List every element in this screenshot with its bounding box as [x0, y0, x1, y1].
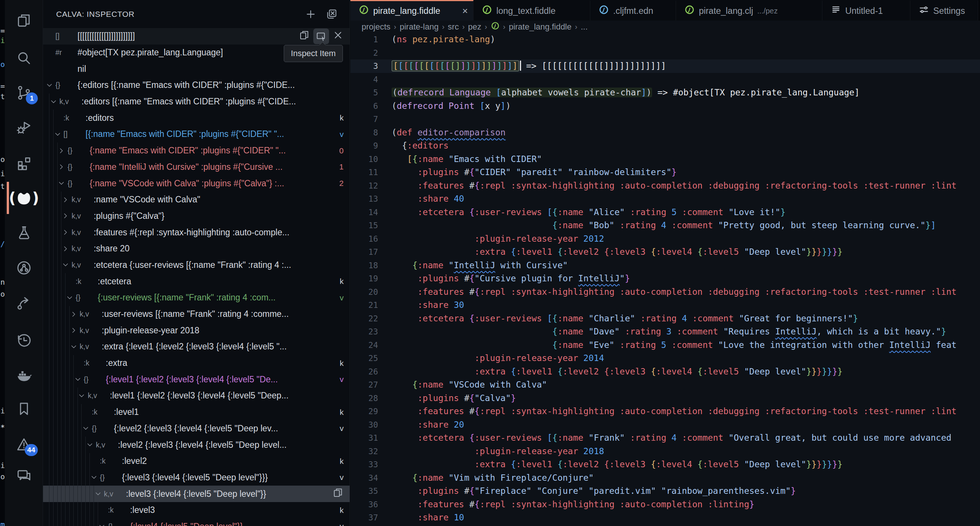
- breadcrumb-item[interactable]: ...: [581, 22, 587, 32]
- tree-row[interactable]: {}{:level1 {:level2 {:level3 {:level4 {:…: [43, 371, 350, 388]
- breadcrumb-item[interactable]: pez: [468, 22, 481, 32]
- chevron-down-icon[interactable]: [65, 294, 76, 302]
- breadcrumb-item[interactable]: src: [448, 22, 458, 32]
- tree-row[interactable]: k,v:editors [{:name "Emacs with CIDER" :…: [43, 94, 350, 110]
- clear-inspector-button[interactable]: [326, 8, 338, 20]
- close-tab-icon[interactable]: ×: [457, 5, 473, 17]
- code-line[interactable]: 27 {:name "VSCode with Calva": [350, 378, 980, 392]
- share-icon[interactable]: [5, 291, 43, 315]
- code-line[interactable]: 23 {:name "Dave" :rating 3 :comment "Req…: [350, 325, 980, 338]
- code-line[interactable]: 34 {:name "Vim with Fireplace/Conjure": [350, 471, 980, 485]
- code-line[interactable]: 31 :etcetera {:user-reviews [{:name "Fra…: [350, 431, 980, 445]
- code-line[interactable]: 7: [350, 113, 980, 126]
- tree-row[interactable]: :k:extrak: [43, 355, 350, 372]
- tree-row[interactable]: {}{:name "Emacs with CIDER" :plugins #{"…: [43, 143, 350, 159]
- code-line[interactable]: 14 :etcetera {:user-reviews [{:name "Ali…: [350, 206, 980, 219]
- chevron-down-icon[interactable]: [90, 473, 100, 482]
- chevron-right-icon[interactable]: [61, 212, 72, 220]
- chevron-right-icon[interactable]: [61, 245, 72, 253]
- close-icon[interactable]: [332, 30, 344, 43]
- chevron-right-icon[interactable]: [57, 147, 67, 155]
- code-line[interactable]: 33 :extra {:level1 {:level2 {:level3 {:l…: [350, 458, 980, 471]
- code-line[interactable]: 32 :plugin-release-year 2018: [350, 445, 980, 458]
- warning-icon[interactable]: 44: [5, 432, 43, 457]
- code-line[interactable]: 17 :extra {:level1 {:level2 {:level3 {:l…: [350, 245, 980, 259]
- tab-pirate_lang.fiddle[interactable]: pirate_lang.fiddle×: [350, 0, 474, 21]
- code-line[interactable]: 20 :features #{:repl :syntax-highlightin…: [350, 286, 980, 299]
- chevron-right-icon[interactable]: [61, 195, 72, 204]
- tree-row[interactable]: {}{:level4 {:level5 "Deep level"}}v: [43, 518, 350, 526]
- chevron-down-icon[interactable]: [86, 441, 96, 449]
- code-line[interactable]: 30 :share 20: [350, 418, 980, 432]
- calva-icon[interactable]: (): [5, 186, 43, 210]
- tree-row[interactable]: [][[[[[[[[[[[[]]]]]]]]]]]]: [43, 28, 350, 44]
- tree-row[interactable]: k,v:share 20: [43, 240, 350, 257]
- chevron-down-icon[interactable]: [45, 81, 56, 89]
- extensions-icon[interactable]: [5, 150, 43, 175]
- breadcrumb-item[interactable]: projects: [362, 22, 390, 32]
- tree-row[interactable]: :k:level1k: [43, 404, 350, 421]
- code-line[interactable]: 22 :etcetera {:user-reviews [{:name "Cha…: [350, 312, 980, 326]
- code-line[interactable]: 25 :plugin-release-year 2014: [350, 352, 980, 365]
- chevron-down-icon[interactable]: [74, 375, 84, 383]
- code-line[interactable]: 5(defrecord Language [alphabet vowels pi…: [350, 86, 980, 100]
- files-icon[interactable]: [5, 8, 43, 33]
- tree-row[interactable]: k,v:etcetera {:user-reviews [{:name "Fra…: [43, 257, 350, 273]
- comment-icon[interactable]: [5, 464, 43, 488]
- tree-row[interactable]: k,v:plugins #{"Calva"}: [43, 208, 350, 224]
- code-line[interactable]: 37 :share 10: [350, 511, 980, 524]
- code-line[interactable]: 6(defrecord Point [x y]): [350, 100, 980, 113]
- debug-icon[interactable]: [5, 115, 43, 140]
- tab-pirate_lang.clj[interactable]: pirate_lang.clj.../pez: [676, 0, 822, 21]
- chevron-right-icon[interactable]: [57, 163, 67, 171]
- tree-row[interactable]: k,v:level2 {:level3 {:level4 {:level5 "D…: [43, 437, 350, 453]
- chevron-down-icon[interactable]: [54, 130, 64, 138]
- code-line[interactable]: 24 {:name "Eve" :rating 5 :comment "Love…: [350, 338, 980, 352]
- chevron-down-icon[interactable]: [82, 424, 92, 432]
- breadcrumb[interactable]: projects›pirate-lang›src›pez››pirate_lan…: [350, 21, 980, 33]
- tab-Settings[interactable]: Settings: [910, 0, 978, 21]
- code-line[interactable]: 36 :features #{:repl :syntax-highlightin…: [350, 498, 980, 512]
- tree-row[interactable]: {}{:level2 {:level3 {:level4 {:level5 "D…: [43, 421, 350, 437]
- tree-row[interactable]: :k:etceterak: [43, 273, 350, 289]
- code-line[interactable]: 3[[[[[[[[[[[[]]]]]]]]]]]] => [[[[[[[[[[[…: [350, 59, 980, 73]
- code-editor[interactable]: 1(ns pez.pirate-lang)23[[[[[[[[[[[[]]]]]…: [350, 33, 980, 526]
- chevron-down-icon[interactable]: [70, 343, 80, 351]
- chevron-down-icon[interactable]: [98, 522, 108, 526]
- tree-row[interactable]: :k:level2k: [43, 453, 350, 469]
- code-line[interactable]: 19 :plugins #{"Cursive plugin for Intell…: [350, 272, 980, 286]
- bookmark-icon[interactable]: [5, 397, 43, 421]
- tree-row[interactable]: :k:editorsk: [43, 110, 350, 126]
- code-line[interactable]: 10 [{:name "Emacs with CIDER": [350, 153, 980, 166]
- chevron-right-icon[interactable]: [70, 326, 80, 334]
- tab-Untitled-1[interactable]: Untitled-1: [822, 0, 910, 21]
- tree-row[interactable]: {}{:user-reviews [{:name "Frank" :rating…: [43, 289, 350, 306]
- tree-row[interactable]: {}{:editors [{:name "Emacs with CIDER" :…: [43, 77, 350, 94]
- code-line[interactable]: 13 :share 40: [350, 192, 980, 206]
- add-to-inspector-button[interactable]: [305, 8, 317, 20]
- tree-row[interactable]: k,v:extra {:level1 {:level2 {:level3 {:l…: [43, 338, 350, 355]
- breadcrumb-item[interactable]: pirate-lang: [400, 22, 439, 32]
- code-line[interactable]: 28 :plugins #{"Calva"}: [350, 392, 980, 405]
- tree-row[interactable]: {}{:name "IntelliJ with Cursive" :plugin…: [43, 159, 350, 175]
- code-line[interactable]: 4: [350, 73, 980, 86]
- tree-row[interactable]: k,v:level3 {:level4 {:level5 "Deep level…: [43, 486, 350, 502]
- copy-icon[interactable]: [332, 487, 344, 501]
- code-line[interactable]: 1(ns pez.pirate-lang): [350, 33, 980, 46]
- code-line[interactable]: 29 :features #{:repl :syntax-highlightin…: [350, 405, 980, 418]
- tree-row[interactable]: k,v:name "VSCode with Calva": [43, 192, 350, 208]
- code-line[interactable]: 11 :plugins #{"CIDER" "paredit" "rainbow…: [350, 166, 980, 179]
- tree-row[interactable]: k,v:user-reviews [{:name "Frank" :rating…: [43, 306, 350, 323]
- chevron-right-icon[interactable]: [70, 310, 80, 318]
- code-line[interactable]: 15 {:name "Bob" :rating 4 :comment "Pret…: [350, 219, 980, 232]
- tree-row[interactable]: [][{:name "Emacs with CIDER" :plugins #{…: [43, 126, 350, 143]
- inspect-icon[interactable]: [313, 29, 329, 44]
- chevron-down-icon[interactable]: [94, 490, 104, 498]
- history-icon[interactable]: [5, 328, 43, 353]
- source-control-icon[interactable]: 1: [5, 80, 43, 105]
- code-line[interactable]: 16 :plugin-release-year 2012: [350, 232, 980, 246]
- code-line[interactable]: 21 :share 30: [350, 299, 980, 312]
- code-line[interactable]: 18 {:name "IntelliJ with Cursive": [350, 259, 980, 272]
- orbit-icon[interactable]: [5, 256, 43, 280]
- tree-row[interactable]: {}{:name "VSCode with Calva" :plugins #{…: [43, 175, 350, 192]
